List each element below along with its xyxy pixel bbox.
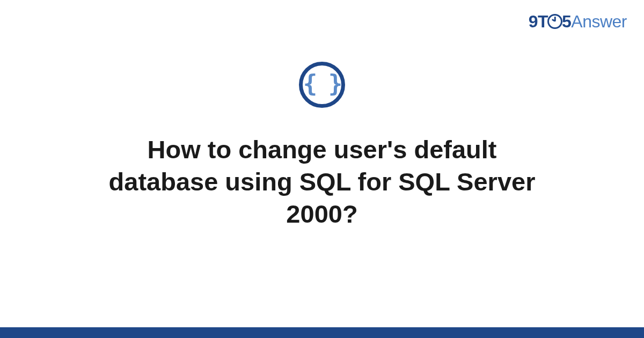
brand-text-answer: Answer (571, 12, 627, 31)
question-title: How to change user's default database us… (91, 134, 553, 230)
brand-text-5: 5 (562, 12, 571, 31)
code-braces-icon: { } (299, 62, 345, 108)
content-container: { } How to change user's default databas… (0, 62, 644, 230)
brand-text-9t: 9T (529, 12, 548, 31)
braces-glyph: { } (303, 72, 341, 98)
footer-accent-bar (0, 327, 644, 338)
brand-logo: 9T5Answer (529, 12, 627, 32)
clock-icon (547, 14, 562, 29)
